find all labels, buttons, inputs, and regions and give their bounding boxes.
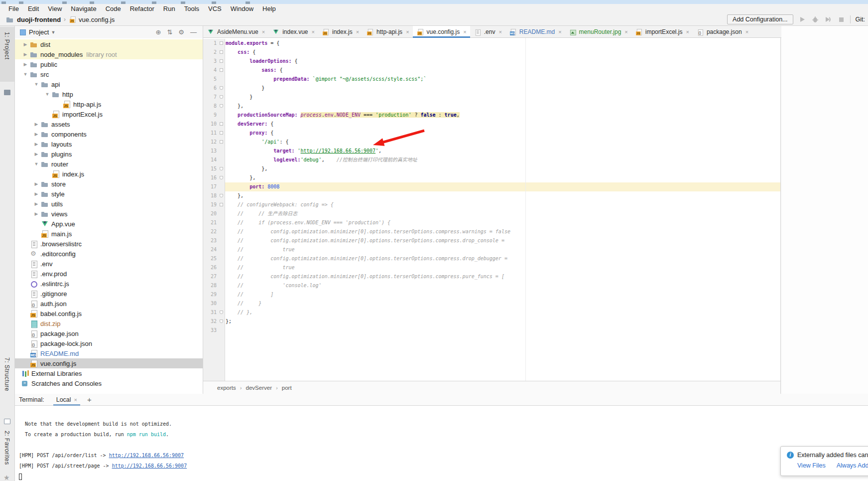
tree-row-.editorconfig[interactable]: .editorconfig	[15, 249, 203, 259]
fold-end-marker-icon[interactable]	[220, 104, 223, 108]
breadcrumb-port[interactable]: port	[282, 385, 292, 391]
editor-tab-index.vue[interactable]: index.vue×	[268, 26, 318, 38]
close-icon[interactable]: ×	[745, 29, 748, 35]
fold-end-marker-icon[interactable]	[220, 320, 223, 323]
tree-chevron-icon[interactable]: ▶	[32, 142, 41, 147]
add-configuration-button[interactable]: Add Configuration...	[727, 14, 793, 24]
close-icon[interactable]: ×	[686, 29, 689, 35]
tree-row-store[interactable]: ▶store	[15, 179, 203, 189]
menu-code[interactable]: Code	[101, 4, 125, 13]
chevron-down-icon[interactable]: ▼	[51, 30, 55, 35]
tree-row-main.js[interactable]: main.js	[15, 229, 203, 239]
editor-tab-.env[interactable]: .env×	[470, 26, 505, 38]
fold-marker-icon[interactable]	[220, 140, 223, 144]
menu-tools[interactable]: Tools	[180, 4, 204, 13]
fold-end-marker-icon[interactable]	[220, 167, 223, 170]
breadcrumb-file[interactable]: vue.config.js	[79, 16, 115, 23]
tool-window-icon[interactable]	[4, 419, 10, 424]
tree-row-babel.config.js[interactable]: babel.config.js	[15, 309, 203, 319]
tree-row-http-api.js[interactable]: http-api.js	[15, 99, 203, 109]
fold-marker-icon[interactable]	[220, 203, 223, 206]
hide-panel-icon[interactable]: —	[187, 28, 200, 36]
close-icon[interactable]: ×	[463, 29, 466, 35]
breadcrumb-exports[interactable]: exports	[217, 385, 236, 391]
tree-row-style[interactable]: ▶style	[15, 189, 203, 199]
fold-marker-icon[interactable]	[220, 122, 223, 126]
menu-vcs[interactable]: VCS	[204, 4, 226, 13]
tree-chevron-icon[interactable]: ▶	[32, 181, 41, 186]
terminal-link[interactable]: http://192.168.66.56:9007	[112, 463, 187, 469]
close-icon[interactable]: ×	[356, 29, 359, 35]
tree-row-package-lock.json[interactable]: package-lock.json	[15, 338, 203, 348]
tree-row-.browserslistrc[interactable]: .browserslistrc	[15, 239, 203, 249]
tree-chevron-icon[interactable]: ▶	[21, 52, 30, 57]
tree-row-api[interactable]: ▼api	[15, 79, 203, 89]
tree-chevron-icon[interactable]: ▼	[32, 161, 41, 166]
tree-row-layouts[interactable]: ▶layouts	[15, 139, 203, 149]
menu-help[interactable]: Help	[258, 4, 280, 13]
always-add-link[interactable]: Always Add	[837, 462, 868, 469]
editor-tab-index.js[interactable]: index.js×	[318, 26, 363, 38]
commit-tool-icon[interactable]	[4, 90, 10, 95]
tree-chevron-icon[interactable]: ▶	[32, 132, 41, 137]
tree-chevron-icon[interactable]: ▶	[32, 191, 41, 196]
menu-view[interactable]: View	[43, 4, 66, 13]
fold-marker-icon[interactable]	[220, 50, 223, 54]
close-icon[interactable]: ×	[406, 29, 409, 35]
editor-tab-http-api.js[interactable]: http-api.js×	[363, 26, 412, 38]
menu-window[interactable]: Window	[226, 4, 258, 13]
menu-refactor[interactable]: Refactor	[125, 4, 159, 13]
fold-marker-icon[interactable]	[220, 41, 223, 45]
favorites-star-icon[interactable]: ★	[3, 474, 10, 481]
tree-chevron-icon[interactable]: ▶	[21, 42, 30, 47]
tree-row-router[interactable]: ▼router	[15, 159, 203, 169]
tree-row-importExcel.js[interactable]: importExcel.js	[15, 109, 203, 119]
terminal-link[interactable]: http://192.168.66.56:9007	[109, 453, 184, 458]
tree-row-views[interactable]: ▶views	[15, 209, 203, 219]
collapse-all-icon[interactable]: ⇅	[164, 28, 175, 36]
editor-tab-README.md[interactable]: README.md×	[505, 26, 565, 38]
tree-row-assets[interactable]: ▶assets	[15, 119, 203, 129]
code-area[interactable]: module.exports = { css: { loaderOptions:…	[226, 39, 780, 381]
terminal-tab-local[interactable]: Local ×	[53, 394, 80, 406]
git-branch-label[interactable]: Git:	[856, 16, 865, 23]
tree-row-.eslintrc.js[interactable]: .eslintrc.js	[15, 279, 203, 289]
tree-chevron-icon[interactable]: ▼	[21, 72, 30, 77]
editor-tab-menuRouter.jpg[interactable]: menuRouter.jpg×	[565, 26, 631, 38]
close-icon[interactable]: ×	[558, 29, 561, 35]
fold-marker-icon[interactable]	[220, 68, 223, 72]
new-terminal-icon[interactable]: +	[87, 395, 92, 404]
tree-row-dist.zip[interactable]: dist.zip	[15, 319, 203, 328]
tree-row-App.vue[interactable]: App.vue	[15, 219, 203, 229]
close-icon[interactable]: ×	[624, 29, 627, 35]
tree-chevron-icon[interactable]: ▶	[32, 201, 41, 206]
tree-row-public[interactable]: ▶public	[15, 59, 203, 69]
tree-row-.gitignore[interactable]: .gitignore	[15, 289, 203, 299]
run-with-coverage-icon[interactable]	[824, 15, 832, 23]
menu-file[interactable]: File	[4, 4, 23, 13]
breadcrumb-devserver[interactable]: devServer	[246, 385, 272, 391]
fold-marker-icon[interactable]	[220, 59, 223, 63]
tree-row-dist[interactable]: ▶dist	[15, 39, 203, 49]
close-icon[interactable]: ×	[74, 397, 77, 403]
menu-navigate[interactable]: Navigate	[66, 4, 101, 13]
code-editor[interactable]: 1234567891011121314151617181920212223242…	[203, 38, 781, 381]
editor-tab-package.json[interactable]: package.json×	[693, 26, 752, 38]
tree-row-External Libraries[interactable]: External Libraries	[15, 368, 203, 378]
tree-row-Scratches and Consoles[interactable]: Scratches and Consoles	[15, 378, 203, 388]
view-files-link[interactable]: View Files	[797, 462, 826, 469]
favorites-tool-label[interactable]: 2: Favorites	[3, 431, 10, 465]
run-icon[interactable]	[798, 15, 806, 23]
debug-icon[interactable]	[811, 15, 819, 23]
close-icon[interactable]: ×	[262, 29, 265, 35]
breadcrumb-project[interactable]: duoji-frontend	[17, 16, 61, 23]
tree-row-vue.config.js[interactable]: vue.config.js	[15, 358, 203, 368]
fold-marker-icon[interactable]	[220, 131, 223, 135]
editor-tab-vue.config.js[interactable]: vue.config.js×	[413, 26, 470, 38]
terminal-output[interactable]: Note that the development build is not o…	[15, 406, 868, 481]
tree-row-.env.prod[interactable]: .env.prod	[15, 269, 203, 279]
settings-gear-icon[interactable]: ⚙	[175, 28, 187, 36]
tree-row-node_modules[interactable]: ▶node_moduleslibrary root	[15, 49, 203, 59]
tree-row-README.md[interactable]: README.md	[15, 348, 203, 358]
editor-tab-importExcel.js[interactable]: importExcel.js×	[631, 26, 693, 38]
